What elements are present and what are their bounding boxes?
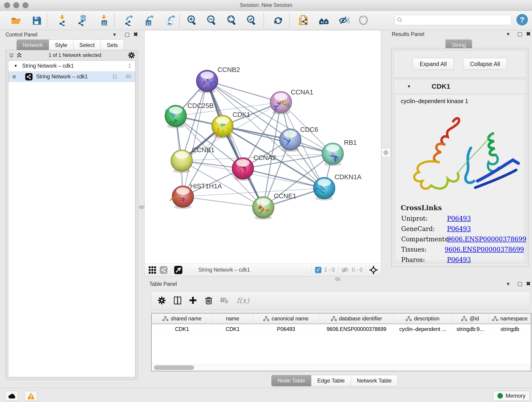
table-cell[interactable]: CDK1	[212, 324, 253, 334]
table-settings-gear-icon[interactable]	[158, 297, 166, 304]
table-row[interactable]: CDK1CDK1P064939606.ENSP00000378699cyclin…	[152, 324, 531, 334]
fit-selected-crosshair-icon[interactable]	[369, 266, 378, 274]
network-node-cdkn1a[interactable]: CDKN1A	[313, 173, 361, 201]
crosslink-link[interactable]: P06493	[447, 215, 471, 222]
tab-edge-table[interactable]: Edge Table	[311, 375, 351, 386]
collapse-all-icon[interactable]	[9, 53, 14, 58]
crosslink-link[interactable]: 9606.ENSP00000378699	[447, 236, 526, 243]
column-header-canonical-name[interactable]: canonical name	[253, 313, 319, 324]
control-panel-close-icon[interactable]: ✖	[133, 31, 138, 38]
collection-expander-icon[interactable]: ▼	[14, 64, 18, 68]
export-network-button[interactable]	[122, 14, 136, 27]
column-header-name[interactable]: name	[212, 313, 253, 324]
network-node-ccna1[interactable]: CCNA1	[270, 89, 313, 115]
open-session-button[interactable]	[9, 14, 23, 27]
function-builder-icon[interactable]: f(x)	[237, 296, 249, 305]
collapse-all-button[interactable]: Collapse All	[463, 58, 507, 70]
zoom-in-button[interactable]	[186, 14, 199, 27]
help-button[interactable]: ?	[516, 14, 528, 26]
warnings-button[interactable]	[24, 391, 38, 401]
grid-view-icon[interactable]	[149, 266, 156, 274]
memory-button[interactable]: Memory	[493, 391, 530, 401]
detach-view-icon[interactable]	[174, 266, 182, 274]
eye-button[interactable]	[356, 14, 370, 27]
table-panel-close-icon[interactable]: ✖	[526, 281, 531, 287]
import-network-button[interactable]	[56, 14, 69, 27]
status-bar: Memory	[0, 388, 532, 402]
network-view-icon[interactable]	[160, 266, 167, 274]
results-panel-float-icon[interactable]: ▢	[517, 31, 523, 37]
column-header-description[interactable]: description	[394, 313, 452, 324]
search-input[interactable]	[403, 17, 509, 23]
bottom-splitter-handle[interactable]	[335, 277, 341, 281]
network-node-ccne1[interactable]: CCNE1	[253, 192, 296, 220]
refresh-button[interactable]	[271, 14, 285, 27]
node-section-header[interactable]: ▼ CDK1	[394, 79, 526, 94]
column-header-shared-name[interactable]: shared name	[152, 313, 212, 324]
network-node-cdc25b[interactable]: CDC25B	[165, 102, 214, 128]
hidden-count: 0 - 0	[352, 267, 362, 273]
table-cell[interactable]: P06493	[253, 324, 319, 334]
delete-table-icon[interactable]	[221, 297, 228, 304]
tab-style[interactable]: Style	[49, 39, 73, 51]
refresh-icon	[273, 15, 283, 26]
clone-network-button[interactable]	[297, 14, 311, 27]
tab-network[interactable]: Network	[17, 39, 49, 51]
table-horizontal-scrollbar[interactable]	[152, 364, 531, 371]
left-splitter-handle[interactable]	[139, 205, 144, 209]
export-table-button[interactable]	[142, 14, 156, 27]
column-header-database-identifier[interactable]: database identifier	[319, 313, 394, 324]
tab-network-table[interactable]: Network Table	[351, 375, 398, 386]
export-image-button[interactable]	[163, 14, 177, 27]
right-splitter-handle[interactable]	[382, 148, 390, 157]
expand-all-button[interactable]: Expand All	[413, 58, 454, 70]
zoom-fit-button[interactable]	[225, 14, 239, 27]
add-column-icon[interactable]	[190, 297, 197, 304]
scrollbar-thumb[interactable]	[154, 365, 194, 370]
zoom-selected-button[interactable]	[245, 14, 259, 27]
hide-panel-button[interactable]	[337, 14, 351, 27]
hidden-eye-icon[interactable]	[341, 267, 349, 274]
results-panel-close-icon[interactable]: ✖	[526, 31, 531, 37]
control-panel-menu-icon[interactable]: ▼	[112, 32, 117, 37]
string-home-button[interactable]	[317, 14, 331, 27]
network-canvas[interactable]: CCNB2CCNA1CDC25BCDK1CDC6RB1CCNB1CCNA2CDK…	[144, 30, 381, 264]
expand-all-icon[interactable]	[17, 53, 22, 58]
import-table-button[interactable]	[97, 14, 111, 27]
save-session-button[interactable]	[30, 14, 44, 27]
table-cell[interactable]: CDK1	[152, 324, 212, 334]
network-edge[interactable]	[183, 197, 263, 207]
column-header-namespace[interactable]: namespace	[489, 313, 531, 324]
node-section-title: CDK1	[432, 83, 450, 90]
tab-node-table[interactable]: Node Table	[271, 375, 311, 386]
table-cell[interactable]: cyclin–dependent ...	[394, 324, 452, 334]
show-columns-icon[interactable]	[174, 297, 181, 304]
network-collection-row[interactable]: ▼ String Network – cdk1 1	[8, 61, 135, 71]
selected-checkbox-icon[interactable]: ✓	[315, 267, 322, 273]
tab-select[interactable]: Select	[73, 39, 101, 51]
network-edge[interactable]	[183, 81, 207, 197]
crosslink-link[interactable]: 9606.ENSP00000378699	[445, 246, 524, 253]
cloud-button[interactable]	[5, 391, 18, 401]
column-header--id[interactable]: @id	[452, 313, 489, 324]
network-edge[interactable]	[207, 81, 281, 102]
results-panel-menu-icon[interactable]: ▼	[506, 32, 510, 37]
table-cell[interactable]: stringdb:9...	[452, 324, 489, 334]
table-cell[interactable]: 9606.ENSP00000378699	[319, 324, 394, 334]
network-node-rb1[interactable]: RB1	[322, 139, 357, 166]
search-box[interactable]	[394, 15, 511, 25]
tab-sets[interactable]: Sets	[101, 39, 124, 51]
zoom-out-button[interactable]	[205, 14, 219, 27]
delete-column-icon[interactable]	[205, 297, 212, 304]
crosslink-link[interactable]: P06493	[447, 256, 471, 263]
crosslink-link[interactable]: P06493	[447, 225, 471, 232]
table-cell[interactable]: stringdb	[489, 324, 531, 334]
table-panel-menu-icon[interactable]: ▼	[506, 281, 510, 287]
section-expander-icon[interactable]: ▼	[407, 84, 411, 89]
table-panel-float-icon[interactable]: ▢	[517, 281, 523, 287]
network-node-cdc6[interactable]: CDC6	[279, 126, 318, 152]
network-row[interactable]: String Network – cdk1 11 48	[8, 71, 135, 82]
gear-icon[interactable]	[128, 52, 135, 59]
import-network-database-button[interactable]	[76, 14, 89, 27]
control-panel-float-icon[interactable]: ▢	[125, 31, 130, 38]
